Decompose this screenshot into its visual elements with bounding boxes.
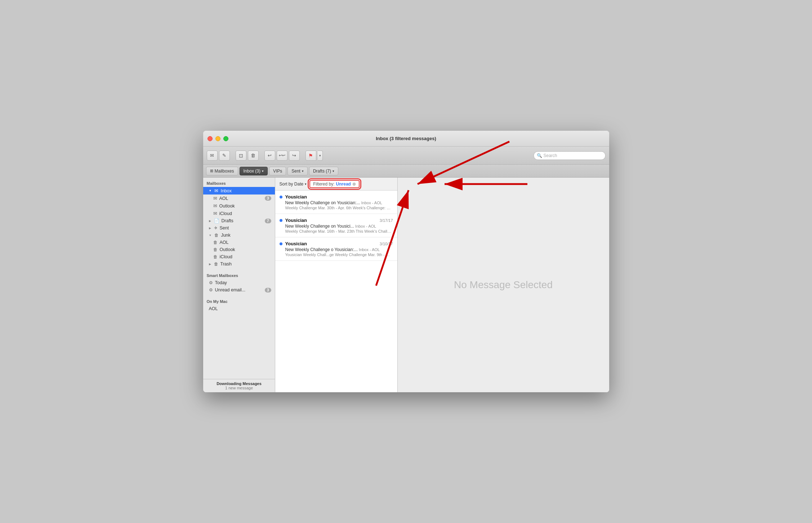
mail-window: Inbox (3 filtered messages) ✉ ✎ ⊡ 🗑 ↩ ↩↩…: [203, 131, 609, 392]
edit-button[interactable]: ✎: [219, 151, 230, 161]
search-icon: 🔍: [537, 153, 542, 158]
email-sender-3: Yousician: [285, 241, 377, 246]
today-label: Today: [215, 280, 271, 285]
tab-bar: ⊞ Mailboxes Inbox (3) ▾ VIPs Sent ▾ Draf…: [203, 165, 609, 178]
email-date-3: 3/10/17: [380, 242, 393, 246]
tab-inbox[interactable]: Inbox (3) ▾: [240, 167, 268, 175]
sidebar-item-icloud[interactable]: ✉ iCloud: [203, 210, 275, 217]
sidebar-footer: Downloading Messages 1 new message: [203, 379, 275, 392]
maximize-button[interactable]: [223, 136, 228, 141]
flag-dropdown[interactable]: ▾: [318, 151, 323, 161]
tab-drafts[interactable]: Drafts (7) ▾: [309, 167, 338, 175]
reply-all-button[interactable]: ↩↩: [277, 151, 287, 161]
sidebar-item-outlook[interactable]: ✉ Outlook: [203, 202, 275, 210]
compose-button[interactable]: ✉: [207, 151, 218, 161]
sidebar-item-junk[interactable]: ▼ 🗑 Junk: [203, 232, 275, 239]
footer-main: Downloading Messages: [207, 381, 272, 386]
email-list: Sort by Date ▾ Filtered by: Unread ⊗ You…: [275, 178, 398, 392]
main-content: Mailboxes ▼ ✉ Inbox ✉ AOL 3 ✉ Outlook ✉ …: [203, 178, 609, 392]
traffic-lights: [208, 136, 228, 141]
junk-icon: 🗑: [214, 233, 219, 238]
close-button[interactable]: [208, 136, 213, 141]
drafts-badge: 7: [265, 219, 271, 223]
expand-triangle-drafts: ▶: [209, 219, 211, 223]
icloud-icon: ✉: [213, 211, 217, 216]
no-message-text: No Message Selected: [454, 279, 553, 291]
expand-triangle-trash: ▶: [209, 263, 211, 266]
email-preview-2: Weekly Challenge Mar. 16th - Mar. 23th T…: [280, 229, 393, 233]
email-preview-3: Yousician Weekly Chall...ge Weekly Chall…: [280, 252, 393, 257]
email-preview-1: Weekly Challenge Mar. 30th - Apr. 6th We…: [280, 206, 393, 210]
email-list-header: Sort by Date ▾ Filtered by: Unread ⊗: [275, 178, 397, 191]
trash-icon: 🗑: [214, 262, 218, 267]
sent-label: Sent: [220, 225, 271, 231]
footer-sub: 1 new message: [207, 386, 272, 390]
unread-label: Unread email...: [215, 287, 263, 292]
sidebar-item-junk-aol[interactable]: 🗑 AOL: [203, 239, 275, 246]
forward-button[interactable]: ↪: [289, 151, 300, 161]
trash-icon: 🗑: [251, 153, 255, 158]
junk-icloud-label: iCloud: [220, 254, 271, 259]
email-subject-2: New Weekly Challenge on Yousici... Inbox…: [280, 224, 393, 229]
trash-label: Trash: [220, 262, 271, 267]
email-sender-2: Yousician: [285, 218, 377, 223]
sidebar-item-aol[interactable]: ✉ AOL 3: [203, 195, 275, 202]
aol-local-label: AOL: [209, 306, 271, 311]
junk-icloud-icon: 🗑: [213, 254, 218, 259]
tab-mailboxes[interactable]: ⊞ Mailboxes: [206, 167, 238, 175]
expand-triangle-junk: ▼: [209, 234, 212, 237]
outlook-icon: ✉: [213, 203, 217, 209]
sidebar-item-junk-icloud[interactable]: 🗑 iCloud: [203, 253, 275, 260]
compose-icon: ✉: [210, 153, 214, 158]
filter-value: Unread: [336, 182, 351, 187]
drafts-label: Drafts: [222, 218, 263, 223]
reply-all-icon: ↩↩: [279, 153, 285, 158]
drafts-dropdown-icon: ▾: [333, 169, 334, 173]
junk-label: Junk: [221, 233, 271, 238]
sort-button[interactable]: Sort by Date ▾: [280, 182, 307, 187]
email-item-2[interactable]: Yousician 3/17/17 New Weekly Challenge o…: [275, 214, 397, 237]
sidebar-item-junk-outlook[interactable]: 🗑 Outlook: [203, 246, 275, 253]
aol-label: AOL: [219, 196, 263, 201]
junk-outlook-icon: 🗑: [213, 247, 218, 252]
sort-label: Sort by Date: [280, 182, 304, 187]
sidebar-item-drafts[interactable]: ▶ 📄 Drafts 7: [203, 217, 275, 224]
sidebar-item-aol-local[interactable]: AOL: [203, 305, 275, 312]
sidebar-item-unread[interactable]: ⚙ Unread email... 3: [203, 286, 275, 294]
sent-icon: ✈: [214, 225, 218, 231]
archive-button[interactable]: ⊡: [236, 151, 246, 161]
mailboxes-header: Mailboxes: [203, 178, 275, 187]
preview-pane: No Message Selected: [398, 178, 609, 392]
email-item-3[interactable]: Yousician 3/10/17 New Weekly Challenge o…: [275, 237, 397, 261]
junk-aol-icon: 🗑: [213, 240, 218, 245]
flag-button[interactable]: ⚑: [305, 151, 316, 161]
mailboxes-icon: ⊞: [210, 169, 213, 173]
smart-mailboxes-header: Smart Mailboxes: [203, 270, 275, 279]
sort-arrow-icon: ▾: [305, 182, 307, 186]
titlebar: Inbox (3 filtered messages): [203, 131, 609, 147]
reply-button[interactable]: ↩: [264, 151, 275, 161]
junk-aol-label: AOL: [220, 240, 271, 245]
toolbar: ✉ ✎ ⊡ 🗑 ↩ ↩↩ ↪ ⚑ ▾ 🔍 Search: [203, 147, 609, 165]
flag-icon: ⚑: [308, 153, 313, 158]
search-bar[interactable]: 🔍 Search: [534, 151, 606, 160]
tab-vips[interactable]: VIPs: [269, 167, 286, 175]
sidebar-item-inbox[interactable]: ▼ ✉ Inbox: [203, 187, 275, 195]
filter-remove-icon[interactable]: ⊗: [352, 182, 356, 187]
junk-outlook-label: Outlook: [220, 247, 271, 252]
email-sender-1: Yousician: [285, 194, 390, 200]
tab-sent[interactable]: Sent ▾: [287, 167, 308, 175]
filter-badge[interactable]: Filtered by: Unread ⊗: [309, 180, 360, 188]
aol-badge: 3: [265, 196, 271, 201]
search-placeholder: Search: [544, 153, 557, 158]
trash-button[interactable]: 🗑: [248, 151, 259, 161]
sidebar-item-sent[interactable]: ▶ ✈ Sent: [203, 224, 275, 232]
sidebar-item-today[interactable]: ⚙ Today: [203, 279, 275, 286]
sidebar-item-trash[interactable]: ▶ 🗑 Trash: [203, 260, 275, 268]
unread-dot-3: [280, 242, 282, 245]
email-subject-3: New Weekly Challenge o Yousician:... Inb…: [280, 247, 393, 252]
email-item-1[interactable]: Yousician New Weekly Challenge on Yousic…: [275, 191, 397, 214]
sidebar: Mailboxes ▼ ✉ Inbox ✉ AOL 3 ✉ Outlook ✉ …: [203, 178, 275, 392]
minimize-button[interactable]: [215, 136, 220, 141]
filter-label: Filtered by:: [313, 182, 334, 187]
